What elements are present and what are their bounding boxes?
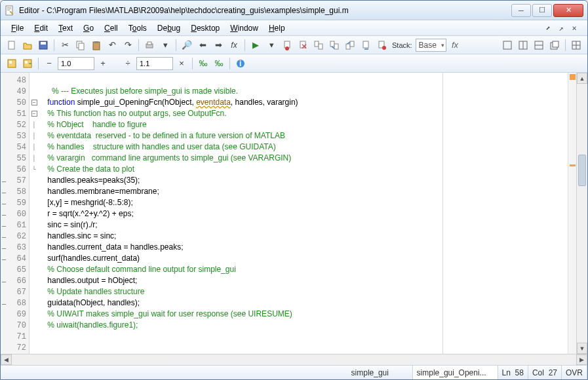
menu-file[interactable]: File <box>6 22 29 35</box>
copy-button[interactable] <box>73 38 88 52</box>
fx-insert-button[interactable]: fx <box>227 38 241 52</box>
layout-vsplit-icon[interactable] <box>532 38 546 52</box>
line-number-gutter[interactable]: 48495051525354555657–58–59–60–61–62–63–6… <box>1 73 29 354</box>
svg-rect-12 <box>147 42 151 45</box>
increment-value-1[interactable] <box>58 57 94 70</box>
horizontal-scrollbar[interactable]: ◀ ▶ <box>1 354 587 365</box>
cell-insert-button[interactable]: ‰ <box>196 56 210 71</box>
svg-rect-37 <box>9 61 12 64</box>
new-file-button[interactable] <box>5 38 19 52</box>
paste-button[interactable] <box>89 38 104 52</box>
step-out-button[interactable] <box>343 38 357 52</box>
layout-float-icon[interactable] <box>547 38 562 52</box>
svg-rect-2 <box>7 9 11 9</box>
layout-hsplit-icon[interactable] <box>516 38 530 52</box>
menu-cell[interactable]: Cell <box>99 22 123 35</box>
continue-button[interactable] <box>359 38 373 52</box>
undo-button[interactable]: ↶ <box>105 38 119 52</box>
nav-back-button[interactable]: ⬅ <box>195 38 210 52</box>
stack-combo[interactable]: Base <box>416 39 446 52</box>
nav-forward-button[interactable]: ➡ <box>211 38 225 52</box>
scroll-h-track[interactable] <box>12 354 576 365</box>
menu-desktop[interactable]: Desktop <box>186 22 225 35</box>
step-in-button[interactable] <box>327 38 342 52</box>
save-button[interactable] <box>36 38 50 52</box>
scroll-right-button[interactable]: ▶ <box>576 354 587 365</box>
statusbar: simple_gui simple_gui_Openi... Ln 58 Col… <box>1 365 587 379</box>
close-panel-icon[interactable]: × <box>569 24 579 33</box>
right-margin-ruler <box>442 73 443 354</box>
titlebar[interactable]: Editor - C:\Program Files\MATLAB\R2009a\… <box>1 1 587 20</box>
scroll-left-button[interactable]: ◀ <box>1 354 12 365</box>
analyzer-summary-icon[interactable] <box>570 74 576 80</box>
svg-rect-32 <box>553 41 559 47</box>
fold-column[interactable]: −−││││└ <box>29 73 39 354</box>
svg-rect-17 <box>315 41 319 47</box>
increment-button[interactable]: + <box>96 56 110 71</box>
scroll-down-button[interactable]: ▼ <box>577 343 587 354</box>
run-button[interactable]: ▶ <box>248 38 263 52</box>
exit-debug-button[interactable] <box>374 38 389 52</box>
layout-single-icon[interactable] <box>500 38 515 52</box>
svg-rect-21 <box>346 44 350 49</box>
decrement-button[interactable]: − <box>42 56 56 71</box>
cell-eval-advance-button[interactable] <box>20 56 35 71</box>
menu-window[interactable]: Window <box>225 22 264 35</box>
minimize-button[interactable]: ─ <box>511 4 531 17</box>
multiply-button[interactable]: × <box>174 56 189 71</box>
main-toolbar: ✂ ↶ ↷ ▾ 🔎 ⬅ ➡ fx ▶ ▾ ✕ Stack: Base fx <box>1 36 587 54</box>
code-analyzer-bar[interactable] <box>568 73 576 354</box>
layout-grid-icon[interactable] <box>569 38 583 52</box>
window-buttons: ─ ☐ ✕ <box>510 4 583 17</box>
info-button[interactable]: i <box>233 56 248 71</box>
status-tab-1[interactable]: simple_gui <box>347 366 413 379</box>
print-button[interactable] <box>142 38 157 52</box>
undock-icon[interactable]: ↗ <box>556 24 566 33</box>
redo-button[interactable]: ↷ <box>121 38 135 52</box>
open-file-button[interactable] <box>20 38 35 52</box>
svg-text:i: i <box>239 59 241 68</box>
menu-debug[interactable]: Debug <box>152 22 186 35</box>
cell-eval-button[interactable] <box>5 56 19 71</box>
svg-text:✕: ✕ <box>301 42 307 50</box>
svg-rect-22 <box>350 41 354 47</box>
menubar: FileEditTextGoCellToolsDebugDesktopWindo… <box>1 20 587 36</box>
editor-window: Editor - C:\Program Files\MATLAB\R2009a\… <box>0 0 588 380</box>
step-button[interactable] <box>311 38 326 52</box>
vertical-scrollbar[interactable]: ▲ ▼ <box>576 73 587 354</box>
print-dropdown[interactable]: ▾ <box>158 38 172 52</box>
svg-rect-20 <box>334 44 338 49</box>
svg-point-25 <box>382 46 386 50</box>
menu-text[interactable]: Text <box>53 22 78 35</box>
svg-rect-1 <box>7 7 11 8</box>
cell-insert2-button[interactable]: ‰ <box>212 56 226 71</box>
divide-button[interactable]: ÷ <box>121 56 135 71</box>
cell-toolbar: − + ÷ × ‰ ‰ i <box>1 54 587 73</box>
menu-edit[interactable]: Edit <box>29 22 53 35</box>
increment-value-2[interactable] <box>136 57 173 70</box>
menu-help[interactable]: Help <box>264 22 290 35</box>
scroll-up-button[interactable]: ▲ <box>577 73 587 84</box>
find-button[interactable]: 🔎 <box>180 38 194 52</box>
fx-button[interactable]: fx <box>448 38 462 52</box>
svg-rect-23 <box>363 41 368 48</box>
status-line: Ln 58 <box>498 366 528 379</box>
scroll-track[interactable] <box>577 84 587 343</box>
run-dropdown[interactable]: ▾ <box>264 38 279 52</box>
svg-rect-26 <box>503 41 511 49</box>
code-view[interactable]: % --- Executes just before simple_gui is… <box>39 73 568 354</box>
scroll-thumb[interactable] <box>578 155 586 186</box>
menu-tools[interactable]: Tools <box>123 22 152 35</box>
status-tab-2[interactable]: simple_gui_Openi... <box>413 366 498 379</box>
cut-button[interactable]: ✂ <box>58 38 72 52</box>
analyzer-marker[interactable] <box>570 164 576 166</box>
svg-rect-6 <box>41 42 46 45</box>
svg-point-14 <box>285 47 289 50</box>
close-button[interactable]: ✕ <box>553 4 583 17</box>
dock-icon[interactable]: ⬈ <box>543 24 553 33</box>
breakpoint-set-button[interactable] <box>280 38 294 52</box>
maximize-button[interactable]: ☐ <box>532 4 552 17</box>
menu-go[interactable]: Go <box>78 22 99 35</box>
breakpoint-clear-button[interactable]: ✕ <box>296 38 310 52</box>
stack-label: Stack: <box>390 41 414 49</box>
